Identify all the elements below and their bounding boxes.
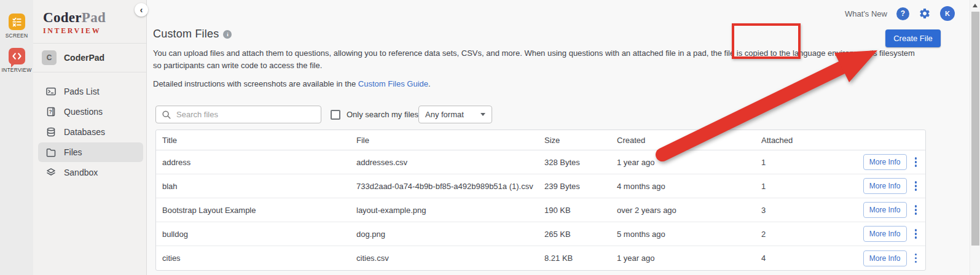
coderpad-app: SCREEN INTERVIEW CoderPad INTERVIEW C Co… — [0, 0, 980, 275]
column-header-file: File — [350, 136, 538, 145]
main-content: What's New ? K Custom Files i You can up… — [146, 0, 970, 275]
kebab-menu-icon[interactable] — [914, 180, 919, 192]
file-title-cell: bulldog — [156, 230, 350, 239]
page-title: Custom Files — [153, 28, 219, 41]
more-info-button[interactable]: More Info — [863, 178, 907, 194]
file-size-cell: 328 Bytes — [538, 158, 611, 167]
search-input[interactable] — [171, 110, 321, 119]
more-info-button[interactable]: More Info — [863, 202, 907, 218]
sidebar-collapse-button[interactable]: ‹ — [135, 3, 148, 17]
only-my-files-option[interactable]: Only search my files — [331, 106, 418, 123]
create-file-button[interactable]: Create File — [885, 29, 941, 47]
questions-icon: ? — [45, 106, 57, 117]
rail-item-screen[interactable]: SCREEN — [0, 14, 33, 39]
annotation-highlight-box — [732, 23, 801, 59]
file-size-cell: 265 KB — [538, 230, 611, 239]
file-created-cell: 1 year ago — [611, 158, 755, 167]
more-info-button[interactable]: More Info — [863, 226, 907, 242]
format-filter-dropdown[interactable]: Any format — [418, 106, 492, 123]
column-header-size: Size — [538, 136, 611, 145]
rail-label-screen: SCREEN — [0, 33, 33, 39]
sidebar-item-pads-list[interactable]: Pads List — [38, 82, 143, 101]
screen-checklist-icon — [9, 14, 25, 30]
only-my-files-checkbox[interactable] — [331, 110, 340, 120]
info-icon[interactable]: i — [223, 30, 232, 39]
file-name-cell: dog.png — [350, 230, 538, 239]
file-name-cell: cities.csv — [350, 254, 538, 263]
table-row: Bootstrap Layout Example layout-example.… — [156, 198, 925, 222]
file-name-cell: addresses.csv — [350, 158, 538, 167]
whats-new-link[interactable]: What's New — [845, 9, 887, 18]
search-icon — [162, 110, 171, 120]
rail-label-interview: INTERVIEW — [0, 67, 33, 73]
table-row: cities cities.csv 8.21 KB 1 year ago 4 M… — [156, 246, 925, 270]
file-name-cell: 733d2aad-0a74-4b9b-bf85-a492b989b51a (1)… — [350, 182, 538, 191]
guide-sentence: Detailed instructions with screenshots a… — [153, 79, 431, 88]
table-header: Title File Size Created Attached — [156, 130, 925, 150]
workspace-selector[interactable]: C CoderPad — [33, 43, 146, 72]
file-title-cell: address — [156, 158, 350, 167]
sidebar-item-label: Databases — [64, 127, 105, 137]
file-attached-cell: 1 — [755, 182, 863, 191]
scrollbar-thumb[interactable] — [971, 12, 979, 246]
logo-subtitle: INTERVIEW — [43, 26, 146, 36]
file-title-cell: Bootstrap Layout Example — [156, 206, 350, 215]
kebab-menu-icon[interactable] — [914, 252, 919, 265]
table-row: blah 733d2aad-0a74-4b9b-bf85-a492b989b51… — [156, 174, 925, 198]
folder-icon — [45, 147, 57, 158]
format-filter-value: Any format — [425, 110, 464, 119]
file-created-cell: 5 months ago — [611, 230, 755, 239]
sandbox-icon — [45, 167, 57, 178]
logo-text-coder: Coder — [43, 10, 82, 25]
file-size-cell: 190 KB — [538, 206, 611, 215]
header-actions: What's New ? K — [845, 6, 955, 21]
coderpad-logo: CoderPad INTERVIEW — [33, 0, 146, 43]
more-info-button[interactable]: More Info — [863, 154, 907, 170]
sidebar-nav: Pads List ? Questions Databases — [33, 82, 146, 182]
chevron-left-icon: ‹ — [140, 5, 143, 15]
databases-icon — [45, 126, 57, 138]
vertical-scrollbar[interactable] — [970, 0, 980, 275]
rail-item-interview[interactable]: INTERVIEW — [0, 48, 33, 73]
more-info-button[interactable]: More Info — [863, 250, 907, 266]
workspace-name: CoderPad — [64, 53, 104, 63]
file-attached-cell: 1 — [755, 158, 863, 167]
file-size-cell: 8.21 KB — [538, 254, 611, 263]
user-avatar[interactable]: K — [940, 6, 955, 21]
column-header-title: Title — [156, 136, 350, 145]
sidebar-item-label: Questions — [64, 107, 103, 117]
file-attached-cell: 3 — [755, 206, 863, 215]
search-files-field — [155, 106, 321, 123]
files-table: Title File Size Created Attached address… — [155, 130, 926, 271]
column-header-created: Created — [611, 136, 755, 145]
sidebar-item-files[interactable]: Files — [38, 142, 143, 162]
file-name-cell: layout-example.png — [350, 206, 538, 215]
custom-files-guide-link[interactable]: Custom Files Guide — [358, 79, 428, 88]
sidebar-item-sandbox[interactable]: Sandbox — [38, 163, 143, 182]
file-title-cell: cities — [156, 254, 350, 263]
workspace-avatar: C — [42, 50, 57, 65]
sidebar-item-label: Pads List — [64, 87, 100, 96]
sidebar-item-label: Sandbox — [64, 168, 98, 177]
pads-list-icon — [45, 86, 57, 97]
sidebar: CoderPad INTERVIEW C CoderPad Pads List … — [33, 0, 146, 275]
file-attached-cell: 4 — [755, 254, 863, 263]
gear-icon[interactable] — [919, 7, 931, 20]
sidebar-item-questions[interactable]: ? Questions — [38, 102, 143, 122]
svg-text:?: ? — [49, 109, 52, 115]
file-created-cell: 1 year ago — [611, 254, 755, 263]
table-row: bulldog dog.png 265 KB 5 months ago 2 Mo… — [156, 222, 925, 246]
column-header-attached: Attached — [755, 136, 863, 145]
kebab-menu-icon[interactable] — [914, 228, 919, 240]
help-icon[interactable]: ? — [896, 7, 909, 20]
kebab-menu-icon[interactable] — [914, 204, 919, 216]
interview-chat-icon — [9, 48, 25, 64]
chevron-down-icon — [480, 113, 485, 116]
logo-text-pad: Pad — [82, 10, 106, 25]
sidebar-item-databases[interactable]: Databases — [38, 122, 143, 142]
kebab-menu-icon[interactable] — [914, 156, 919, 168]
file-created-cell: 4 months ago — [611, 182, 755, 191]
scroll-up-arrow-icon[interactable] — [973, 4, 978, 7]
checkbox-label: Only search my files — [347, 110, 418, 119]
product-rail: SCREEN INTERVIEW — [0, 0, 33, 275]
